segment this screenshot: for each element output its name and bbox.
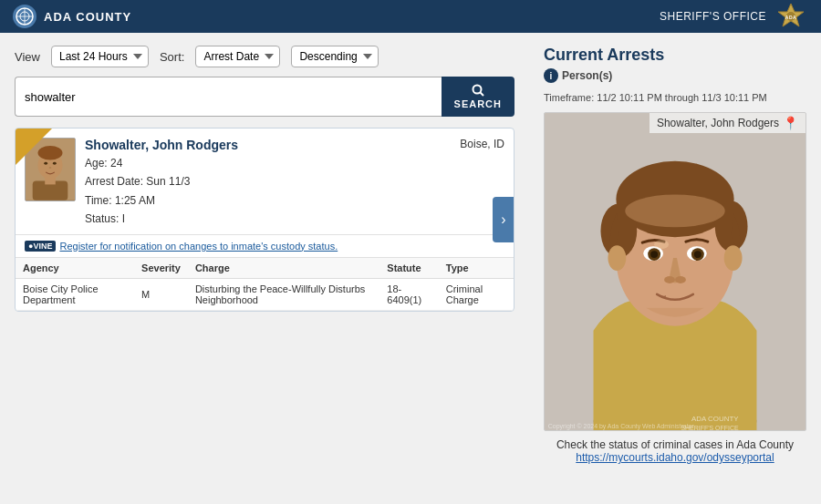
person-status: Status: I [85,210,238,228]
mugshot-photo-container[interactable]: Showalter, John Rodgers 📍 [544,112,806,431]
info-icon: i [544,68,558,83]
svg-point-33 [608,245,626,271]
current-arrests-title: Current Arrests [544,46,806,65]
right-panel: Current Arrests i Person(s) Timeframe: 1… [529,33,821,504]
card-info: Showalter, John Rodgers Age: 24 Arrest D… [85,138,238,229]
table-header-row: Agency Severity Charge Statute Type [16,258,514,279]
main-container: View Last 24 Hours Last 48 Hours Last 72… [0,33,821,504]
header-left: ADA COUNTY [13,5,131,28]
col-statute: Statute [379,258,438,279]
cell-agency: Boise City Police Department [16,278,134,310]
col-severity: Severity [134,258,188,279]
cell-statute: 18-6409(1) [379,278,438,310]
svg-point-15 [53,162,57,165]
vine-badge: ●VINE [25,241,56,252]
svg-text:Copyright © 2024 by Ada County: Copyright © 2024 by Ada County Web Admin… [548,423,695,430]
svg-point-35 [654,240,669,249]
person-age: Age: 24 [85,154,238,172]
cell-charge: Disturbing the Peace-Willfully Disturbs … [188,278,379,310]
photo-name-bar: Showalter, John Rodgers 📍 [650,113,805,133]
search-icon [472,84,484,97]
persons-label: Person(s) [562,69,612,82]
county-logo [13,5,36,28]
card-next-arrow[interactable]: › [493,197,514,242]
photo-person-name: Showalter, John Rodgers [657,117,779,129]
charges-table: Agency Severity Charge Statute Type Bois… [16,258,514,311]
cell-severity: M [134,278,188,310]
card-banner [16,129,52,165]
cell-type: Criminal Charge [439,278,514,310]
footer-link[interactable]: https://mycourts.idaho.gov/odysseyportal [576,451,774,464]
card-header: Showalter, John Rodgers Age: 24 Arrest D… [16,129,514,235]
view-label: View [15,50,40,64]
svg-point-30 [694,251,701,258]
office-name: SHERIFF'S OFFICE [660,10,766,23]
order-select[interactable]: Descending Ascending [291,46,379,67]
svg-point-24 [625,194,724,227]
left-panel: View Last 24 Hours Last 48 Hours Last 72… [0,33,529,504]
search-row: SEARCH [15,77,514,117]
svg-line-8 [480,93,483,97]
view-select[interactable]: Last 24 Hours Last 48 Hours Last 72 Hour… [51,46,149,67]
search-button-label: SEARCH [454,98,502,109]
timeframe-text: Timeframe: 11/2 10:11 PM through 11/3 10… [544,92,806,103]
search-button[interactable]: SEARCH [442,77,514,117]
svg-text:ADA COUNTY: ADA COUNTY [691,415,739,423]
controls-row: View Last 24 Hours Last 48 Hours Last 72… [15,46,514,67]
svg-point-34 [724,245,743,271]
svg-point-32 [675,276,686,283]
card-header-left: Showalter, John Rodgers Age: 24 Arrest D… [25,138,238,229]
footer-text: Check the status of criminal cases in Ad… [556,438,794,451]
svg-text:ADA: ADA [785,15,796,20]
svg-point-29 [650,251,658,258]
vine-link[interactable]: Register for notification on changes to … [59,241,338,252]
mugshot-svg: ADA COUNTY SHERIFF'S OFFICE Copyright © … [545,113,805,430]
app-header: ADA COUNTY SHERIFF'S OFFICE ADA [0,0,821,33]
header-right: SHERIFF'S OFFICE ADA [660,2,808,31]
person-location: Boise, ID [460,138,504,150]
person-time: Time: 1:25 AM [85,191,238,210]
table-row: Boise City Police Department M Disturbin… [16,278,514,310]
county-name: ADA COUNTY [44,10,131,24]
col-agency: Agency [16,258,134,279]
col-type: Type [439,258,514,279]
svg-point-7 [473,86,481,94]
svg-point-31 [664,276,675,283]
sort-select[interactable]: Arrest Date Name Agency [195,46,280,67]
col-charge: Charge [188,258,379,279]
location-pin-icon: 📍 [783,116,798,130]
timeframe-row: i Person(s) [544,68,806,83]
search-input[interactable] [15,77,442,117]
result-card: Showalter, John Rodgers Age: 24 Arrest D… [15,128,514,312]
vine-row: ●VINE Register for notification on chang… [16,235,514,258]
footer-row: Check the status of criminal cases in Ad… [544,438,806,464]
person-arrest-date: Arrest Date: Sun 11/3 [85,172,238,190]
sheriff-badge-icon: ADA [774,2,808,31]
sort-label: Sort: [160,50,184,64]
person-name: Showalter, John Rodgers [85,138,238,152]
svg-point-16 [49,167,52,169]
